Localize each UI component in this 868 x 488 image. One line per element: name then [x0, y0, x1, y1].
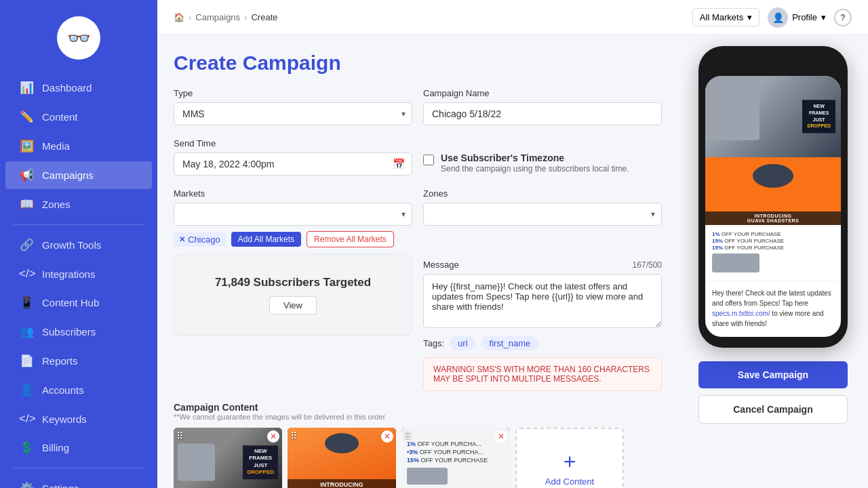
- zones-select[interactable]: [423, 203, 662, 226]
- accounts-icon: 👤: [19, 383, 34, 397]
- chicago-tag-remove[interactable]: ✕: [179, 235, 185, 244]
- sidebar-item-content-hub[interactable]: 📱 Content Hub: [5, 289, 152, 317]
- phone-message: Hey there! Check out the latest updates …: [705, 281, 841, 337]
- subscriber-tz-checkbox[interactable]: [423, 155, 434, 165]
- char-count: 167/500: [633, 260, 662, 270]
- settings-icon: ⚙️: [19, 481, 34, 488]
- phone-link: specs.m.txttoi.com/: [712, 310, 770, 317]
- subscriber-tz-label: Use Subscriber's Timezone: [441, 152, 629, 163]
- sidebar-item-integrations[interactable]: </> Integrations: [5, 260, 152, 287]
- type-label: Type: [174, 88, 412, 98]
- campaign-name-label: Campaign Name: [423, 88, 662, 98]
- sidebar-item-subscribers[interactable]: 👥 Subscribers: [5, 318, 152, 346]
- profile-button[interactable]: 👤 Profile ▾: [768, 7, 826, 28]
- move-icon-3[interactable]: ⠿: [404, 430, 411, 441]
- campaigns-icon: 📢: [19, 168, 34, 182]
- content-thumb-1: NEWFRAMESJUSTDROPPED New Frames - 5/18/2…: [174, 428, 282, 488]
- market-dropdown[interactable]: All Markets ▾: [692, 8, 760, 26]
- home-icon[interactable]: 🏠: [174, 12, 184, 22]
- tags-label: Tags:: [423, 338, 444, 348]
- integrations-icon: </>: [19, 267, 34, 281]
- message-section: Message 167/500 Hey {{first_name}}! Chec…: [423, 260, 662, 391]
- form-area: Create Campaign Type MMSSMSEmail ▾ Campa…: [157, 35, 678, 488]
- sidebar-nav: 📊 Dashboard ✏️ Content 🖼️ Media 📢 Campai…: [0, 73, 157, 488]
- send-time-group: Send Time 📅: [174, 138, 412, 176]
- campaign-content-section: Campaign Content **We cannot guarantee t…: [174, 402, 662, 488]
- add-all-markets-button[interactable]: Add All Markets: [231, 232, 301, 247]
- chicago-tag: ✕ Chicago: [174, 232, 226, 247]
- preview-area: NEWFRAMESJUSTDROPPED INTRODUCINGGUAVA SH…: [678, 35, 868, 488]
- phone-image-1: NEWFRAMESJUSTDROPPED: [705, 76, 841, 157]
- sidebar-item-label: Growth Tools: [42, 239, 101, 251]
- content-thumb-3: 1% OFF YOUR PURCHA... •3% OFF YOUR PURCH…: [401, 428, 510, 488]
- campaign-content-subtitle: **We cannot guarantee the images will be…: [174, 413, 662, 421]
- warning-box: WARNING! SMS'S WITH MORE THAN 160 CHARAC…: [423, 357, 662, 391]
- sidebar-item-settings[interactable]: ⚙️ Settings: [5, 474, 152, 488]
- save-campaign-button[interactable]: Save Campaign: [698, 361, 848, 388]
- subscribers-icon: 👥: [19, 325, 34, 339]
- billing-icon: 💲: [19, 441, 34, 455]
- view-button[interactable]: View: [269, 296, 317, 314]
- move-icon-2[interactable]: ⠿: [290, 430, 297, 441]
- sidebar-item-billing[interactable]: 💲 Billing: [5, 434, 152, 462]
- close-icon-2[interactable]: ✕: [381, 430, 393, 443]
- reports-icon: 📄: [19, 354, 34, 368]
- sidebar-item-content[interactable]: ✏️ Content: [5, 103, 152, 131]
- close-icon-1[interactable]: ✕: [267, 430, 279, 443]
- content-icon: ✏️: [19, 110, 34, 124]
- sidebar-item-label: Integrations: [42, 268, 95, 280]
- sidebar-item-campaigns[interactable]: 📢 Campaigns: [5, 161, 152, 189]
- subscriber-tz-sublabel: Send the campaign using the subscribers …: [441, 164, 629, 174]
- sidebar-item-zones[interactable]: 📖 Zones: [5, 190, 152, 218]
- sidebar-item-label: Dashboard: [42, 82, 92, 94]
- markets-group: Markets ▾: [174, 188, 412, 226]
- first-name-tag: first_name: [481, 336, 539, 350]
- sidebar-item-dashboard[interactable]: 📊 Dashboard: [5, 74, 152, 102]
- topbar-right: All Markets ▾ 👤 Profile ▾ ?: [692, 7, 852, 28]
- markets-label: Markets: [174, 188, 412, 199]
- sidebar-item-keywords[interactable]: </> Keywords: [5, 405, 152, 432]
- sidebar-item-label: Content: [42, 111, 78, 123]
- breadcrumb-sep-1: ›: [189, 12, 191, 22]
- subscribers-box: 71,849 Subscribers Targeted View: [174, 254, 412, 336]
- chicago-tag-label: Chicago: [188, 235, 220, 245]
- add-content-box[interactable]: + Add Content: [515, 428, 624, 488]
- sidebar-item-label: Billing: [42, 442, 69, 453]
- profile-chevron-icon: ▾: [821, 12, 826, 22]
- breadcrumb-campaigns[interactable]: Campaigns: [195, 12, 240, 22]
- profile-label: Profile: [792, 12, 817, 22]
- phone-badge-1: NEWFRAMESJUSTDROPPED: [802, 100, 835, 133]
- remove-all-markets-button[interactable]: Remove All Markets: [307, 231, 394, 247]
- help-button[interactable]: ?: [834, 9, 852, 26]
- sidebar-item-reports[interactable]: 📄 Reports: [5, 347, 152, 375]
- subscribers-count: 71,849 Subscribers Targeted: [215, 276, 371, 289]
- avatar: 👤: [768, 7, 788, 28]
- add-content-label: Add Content: [545, 476, 594, 487]
- sidebar-item-label: Reports: [42, 355, 78, 367]
- sidebar-item-accounts[interactable]: 👤 Accounts: [5, 376, 152, 404]
- phone-guava-text: INTRODUCINGGUAVA SHADSTERS: [705, 211, 841, 225]
- sidebar: 👓 📊 Dashboard ✏️ Content 🖼️ Media 📢 Camp…: [0, 0, 157, 488]
- phone-image-2: INTRODUCINGGUAVA SHADSTERS: [705, 157, 841, 225]
- url-tag: url: [450, 336, 475, 350]
- dashboard-icon: 📊: [19, 81, 34, 95]
- cancel-campaign-button[interactable]: Cancel Campaign: [698, 395, 848, 424]
- send-time-input[interactable]: [174, 152, 412, 176]
- sidebar-item-label: Subscribers: [42, 326, 96, 338]
- sidebar-divider: [14, 224, 144, 225]
- sidebar-item-label: Accounts: [42, 384, 84, 396]
- type-select[interactable]: MMSSMSEmail: [174, 102, 412, 125]
- campaign-name-input[interactable]: [423, 102, 662, 125]
- market-dropdown-label: All Markets: [700, 12, 743, 22]
- close-icon-3[interactable]: ✕: [495, 430, 507, 443]
- media-icon: 🖼️: [19, 139, 34, 153]
- content-thumb-2: INTRODUCINGGUAVA SHADSTERS Guava Shadest…: [288, 428, 396, 488]
- move-icon-1[interactable]: ⠿: [176, 430, 183, 441]
- sidebar-item-growth-tools[interactable]: 🔗 Growth Tools: [5, 231, 152, 259]
- zones-label: Zones: [423, 188, 662, 199]
- message-textarea[interactable]: Hey {{first_name}}! Check out the latest…: [423, 274, 662, 328]
- sidebar-item-label: Zones: [42, 199, 71, 210]
- zones-icon: 📖: [19, 197, 34, 211]
- markets-select[interactable]: [174, 203, 412, 226]
- sidebar-item-media[interactable]: 🖼️ Media: [5, 132, 152, 160]
